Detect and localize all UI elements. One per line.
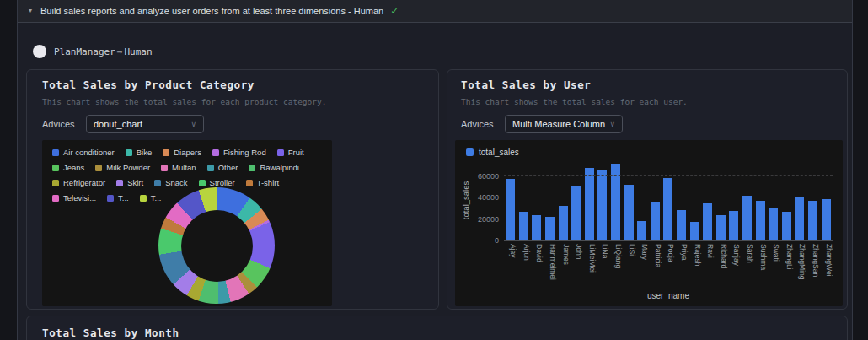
legend-label: Jeans bbox=[63, 163, 84, 172]
legend-label: Multan bbox=[172, 163, 196, 172]
legend-label: Diapers bbox=[174, 148, 201, 157]
legend-item[interactable]: Fruit bbox=[277, 148, 304, 157]
legend-label: Snack bbox=[165, 178, 187, 187]
bar[interactable] bbox=[571, 186, 581, 240]
legend-swatch bbox=[246, 180, 253, 186]
legend-item[interactable]: Multan bbox=[161, 163, 196, 172]
gridline bbox=[504, 175, 833, 176]
bar[interactable] bbox=[545, 217, 555, 241]
bar[interactable] bbox=[585, 168, 594, 240]
bar[interactable] bbox=[769, 208, 778, 240]
bar[interactable] bbox=[506, 179, 515, 240]
legend-swatch bbox=[154, 180, 161, 186]
card-total-sales-by-month: Total Sales by Month bbox=[26, 316, 848, 340]
legend-swatch bbox=[52, 149, 59, 156]
x-tick-label: Sarah bbox=[741, 244, 753, 288]
legend-swatch bbox=[52, 165, 59, 171]
bars bbox=[504, 160, 833, 240]
agent-from: PlanManager bbox=[54, 46, 115, 57]
bar[interactable] bbox=[519, 212, 528, 240]
bar[interactable] bbox=[597, 170, 607, 240]
legend-item[interactable]: Air conditioner bbox=[52, 148, 115, 157]
legend-label: Fishing Rod bbox=[223, 148, 266, 157]
x-tick-label: ZhangSan bbox=[806, 244, 819, 288]
donut-legend: Air conditionerBikeDiapersFishing RodFru… bbox=[42, 140, 332, 202]
legend-swatch bbox=[107, 195, 114, 202]
legend-label: T... bbox=[151, 193, 162, 202]
legend-swatch bbox=[207, 165, 214, 171]
legend-label: Milk Powder bbox=[106, 163, 150, 172]
y-tick-label: 60000 bbox=[478, 172, 499, 181]
legend-item[interactable]: Fishing Rod bbox=[212, 148, 266, 157]
card-subtitle: This chart shows the total sales for eac… bbox=[42, 97, 423, 106]
advices-select[interactable]: Multi Measure Column ∨ bbox=[505, 115, 623, 133]
legend-item[interactable]: Rawalpindi bbox=[249, 163, 298, 172]
advices-select-value: Multi Measure Column bbox=[512, 119, 609, 129]
grid-area: 0200004000060000 bbox=[504, 161, 833, 241]
bar[interactable] bbox=[756, 201, 765, 240]
x-tick-label: Priya bbox=[675, 244, 688, 288]
legend-swatch bbox=[52, 195, 59, 202]
bar[interactable] bbox=[677, 210, 686, 240]
legend-item[interactable]: Stroller bbox=[199, 178, 235, 187]
legend-item[interactable]: Milk Powder bbox=[95, 163, 150, 172]
legend-item[interactable]: T-shirt bbox=[246, 178, 279, 187]
y-tick-label: 0 bbox=[495, 236, 499, 245]
bar[interactable] bbox=[782, 212, 791, 240]
x-tick-label: ZhangLi bbox=[780, 244, 793, 288]
card-title: Total Sales by Product Category bbox=[42, 78, 423, 91]
legend-swatch bbox=[95, 165, 102, 171]
bar[interactable] bbox=[703, 203, 712, 240]
card-total-sales-by-product-category: Total Sales by Product Category This cha… bbox=[26, 69, 439, 310]
bar-chart-legend[interactable]: total_sales bbox=[466, 148, 519, 157]
charts-row: Total Sales by Product Category This cha… bbox=[26, 69, 852, 310]
app-window: ▾ Build sales reports and analyze user o… bbox=[0, 0, 868, 340]
task-section: ▾ Build sales reports and analyze user o… bbox=[17, 0, 853, 340]
donut-ring[interactable] bbox=[158, 187, 275, 304]
legend-item[interactable]: Refrigerator bbox=[52, 178, 105, 187]
bar[interactable] bbox=[532, 215, 541, 240]
x-tick-label: Patricia bbox=[649, 244, 662, 288]
bar[interactable] bbox=[651, 202, 660, 240]
collapse-icon[interactable]: ▾ bbox=[29, 8, 32, 14]
gridline bbox=[504, 197, 833, 197]
bar[interactable] bbox=[822, 199, 831, 240]
bar[interactable] bbox=[729, 211, 738, 240]
legend-swatch bbox=[249, 165, 255, 171]
donut-chart: Air conditionerBikeDiapersFishing RodFru… bbox=[42, 140, 332, 306]
advices-select[interactable]: donut_chart ∨ bbox=[86, 115, 204, 133]
legend-item[interactable]: Jeans bbox=[52, 163, 84, 172]
x-tick-label: Ravi bbox=[701, 244, 714, 288]
bar[interactable] bbox=[808, 201, 817, 241]
bar[interactable] bbox=[663, 178, 672, 240]
bar[interactable] bbox=[637, 221, 646, 240]
legend-item[interactable]: T... bbox=[140, 193, 162, 202]
x-tick-label: ZhangWei bbox=[820, 244, 833, 288]
legend-label: Skirt bbox=[127, 178, 143, 187]
legend-item[interactable]: Other bbox=[207, 163, 238, 172]
legend-item[interactable]: Skirt bbox=[116, 178, 143, 187]
legend-label: Other bbox=[218, 163, 238, 172]
legend-item[interactable]: T... bbox=[107, 193, 129, 202]
bar[interactable] bbox=[624, 185, 634, 241]
legend-label: T... bbox=[118, 193, 129, 202]
bar[interactable] bbox=[690, 222, 699, 240]
x-tick-label: Arjun bbox=[517, 244, 530, 288]
legend-item[interactable]: Bike bbox=[126, 148, 152, 157]
card-title: Total Sales by User bbox=[461, 78, 833, 91]
card-total-sales-by-user: Total Sales by User This chart shows the… bbox=[447, 69, 848, 310]
x-axis-title: user_name bbox=[504, 291, 833, 300]
legend-item[interactable]: Diapers bbox=[163, 148, 201, 157]
legend-swatch bbox=[52, 180, 59, 186]
x-tick-label: John bbox=[570, 244, 582, 288]
x-tick-label: LiQiang bbox=[609, 244, 622, 288]
card-title: Total Sales by Month bbox=[42, 327, 832, 339]
legend-item[interactable]: Televisi... bbox=[52, 193, 96, 202]
advices-row: Advices Multi Measure Column ∨ bbox=[461, 115, 833, 133]
bar[interactable] bbox=[559, 206, 568, 240]
legend-swatch bbox=[212, 149, 219, 156]
task-header[interactable]: ▾ Build sales reports and analyze user o… bbox=[18, 0, 852, 23]
legend-item[interactable]: Snack bbox=[154, 178, 187, 187]
avatar bbox=[33, 45, 46, 58]
advices-select-value: donut_chart bbox=[94, 119, 190, 129]
